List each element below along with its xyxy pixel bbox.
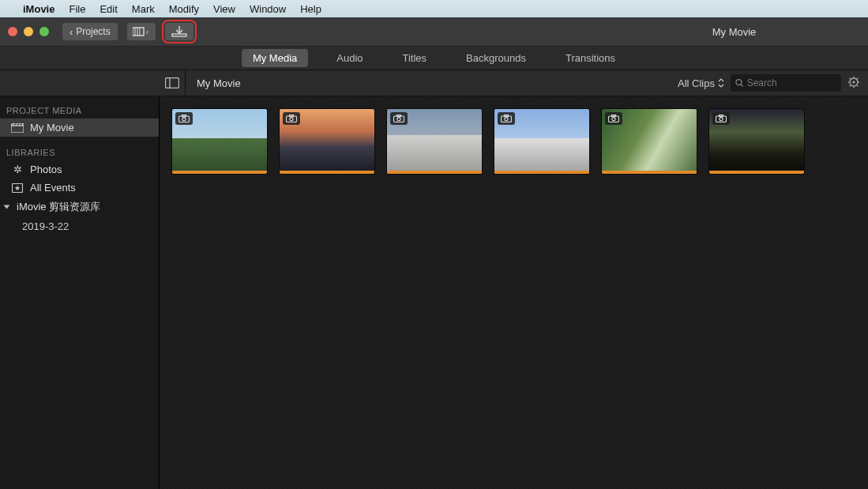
- camera-icon: [501, 115, 512, 122]
- tab-audio[interactable]: Audio: [325, 49, 374, 67]
- sidebar-item-all-events[interactable]: ★ All Events: [0, 179, 159, 197]
- svg-rect-5: [172, 34, 186, 36]
- sidebar-item-label: All Events: [30, 182, 76, 194]
- svg-rect-43: [720, 115, 723, 117]
- svg-point-35: [397, 118, 400, 121]
- svg-rect-31: [290, 115, 294, 117]
- sidebar-item-project-media[interactable]: My Movie: [0, 118, 159, 137]
- svg-line-10: [741, 85, 743, 87]
- svg-rect-40: [612, 115, 616, 117]
- fullscreen-window-button[interactable]: [39, 27, 49, 36]
- media-library-view-button[interactable]: ♪: [126, 22, 156, 41]
- clip-thumbnail[interactable]: [280, 109, 374, 174]
- browser-settings-button[interactable]: [847, 76, 860, 91]
- photo-badge: [498, 112, 515, 125]
- clip-range-bar: [494, 171, 589, 174]
- chevron-left-icon: ‹: [70, 27, 73, 37]
- media-browser[interactable]: [160, 96, 868, 489]
- menu-window[interactable]: Window: [242, 3, 293, 15]
- sidebar-item-label: 2019-3-22: [22, 220, 69, 232]
- svg-point-41: [612, 118, 615, 121]
- tab-transitions[interactable]: Transitions: [554, 49, 626, 67]
- clip-range-bar: [280, 171, 374, 174]
- clip-filter-label: All Clips: [678, 77, 715, 89]
- app-menu[interactable]: iMovie: [16, 3, 62, 15]
- minimize-window-button[interactable]: [24, 27, 33, 36]
- clip-thumbnail[interactable]: [387, 109, 482, 174]
- svg-line-20: [850, 85, 851, 86]
- updown-chevron-icon: [718, 78, 724, 88]
- svg-point-29: [182, 118, 186, 121]
- svg-rect-34: [397, 115, 401, 117]
- browser-header: My Movie All Clips: [0, 70, 868, 96]
- photos-flower-icon: ✲: [11, 164, 24, 175]
- svg-point-32: [290, 118, 293, 121]
- sidebar-item-photos[interactable]: ✲ Photos: [0, 160, 159, 179]
- camera-icon: [178, 115, 190, 122]
- menu-view[interactable]: View: [206, 3, 242, 15]
- menu-mark[interactable]: Mark: [125, 3, 162, 15]
- clip-grid: [172, 109, 855, 174]
- photo-badge: [712, 112, 730, 125]
- clip-thumbnail[interactable]: [494, 109, 589, 174]
- back-to-projects-button[interactable]: ‹ Projects: [62, 22, 118, 41]
- svg-rect-42: [716, 116, 727, 122]
- svg-text:★: ★: [14, 184, 21, 192]
- tab-titles[interactable]: Titles: [392, 49, 438, 67]
- svg-point-12: [852, 81, 855, 83]
- menu-modify[interactable]: Modify: [162, 3, 206, 15]
- svg-point-11: [850, 78, 858, 86]
- tab-my-media[interactable]: My Media: [242, 49, 308, 67]
- svg-rect-25: [13, 183, 23, 192]
- svg-rect-28: [182, 115, 186, 117]
- projects-label: Projects: [76, 26, 110, 37]
- svg-rect-39: [609, 116, 619, 122]
- photo-badge: [605, 112, 622, 125]
- menu-file[interactable]: File: [62, 3, 92, 15]
- svg-line-17: [850, 77, 851, 78]
- sidebar-heading-libraries: LIBRARIES: [0, 143, 159, 160]
- svg-point-38: [505, 118, 508, 121]
- svg-text:♪: ♪: [145, 28, 148, 36]
- browser-tabs: My Media Audio Titles Backgrounds Transi…: [0, 47, 868, 70]
- menu-help[interactable]: Help: [293, 3, 329, 15]
- svg-rect-37: [505, 115, 509, 117]
- clip-filter-dropdown[interactable]: All Clips: [678, 77, 724, 89]
- svg-rect-30: [287, 116, 297, 122]
- clip-range-bar: [602, 171, 697, 174]
- sidebar-icon: [165, 77, 179, 88]
- search-input[interactable]: [747, 77, 836, 88]
- svg-rect-33: [394, 116, 404, 122]
- tab-backgrounds[interactable]: Backgrounds: [455, 49, 537, 67]
- import-media-button[interactable]: [164, 22, 194, 41]
- clip-thumbnail[interactable]: [172, 109, 267, 174]
- search-icon: [735, 78, 744, 88]
- clip-range-bar: [387, 171, 482, 174]
- sidebar-heading-project-media: PROJECT MEDIA: [0, 101, 159, 118]
- search-field[interactable]: [731, 74, 841, 92]
- svg-rect-7: [166, 78, 179, 88]
- svg-line-22: [13, 123, 14, 126]
- close-window-button[interactable]: [8, 27, 17, 36]
- sidebar-item-event[interactable]: 2019-3-22: [0, 217, 159, 235]
- toggle-sidebar-button[interactable]: [160, 70, 186, 96]
- gear-icon: [847, 76, 860, 88]
- svg-line-19: [857, 77, 858, 78]
- camera-icon: [286, 115, 297, 122]
- browser-title: My Movie: [197, 77, 241, 89]
- library-sidebar: PROJECT MEDIA My Movie LIBRARIES ✲ Photo…: [0, 96, 160, 489]
- clip-thumbnail[interactable]: [602, 109, 697, 174]
- clip-thumbnail[interactable]: [709, 109, 804, 174]
- sidebar-item-library[interactable]: iMovie 剪辑资源库: [0, 197, 159, 217]
- sidebar-item-label: Photos: [30, 164, 62, 175]
- svg-rect-21: [11, 126, 24, 133]
- star-box-icon: ★: [11, 182, 24, 194]
- menu-edit[interactable]: Edit: [92, 3, 124, 15]
- svg-rect-36: [502, 116, 512, 122]
- svg-rect-0: [133, 28, 144, 36]
- camera-icon: [716, 115, 727, 122]
- sidebar-item-label: My Movie: [30, 122, 74, 134]
- clip-range-bar: [709, 171, 804, 174]
- disclosure-triangle-icon[interactable]: [4, 205, 10, 209]
- svg-line-18: [857, 85, 858, 86]
